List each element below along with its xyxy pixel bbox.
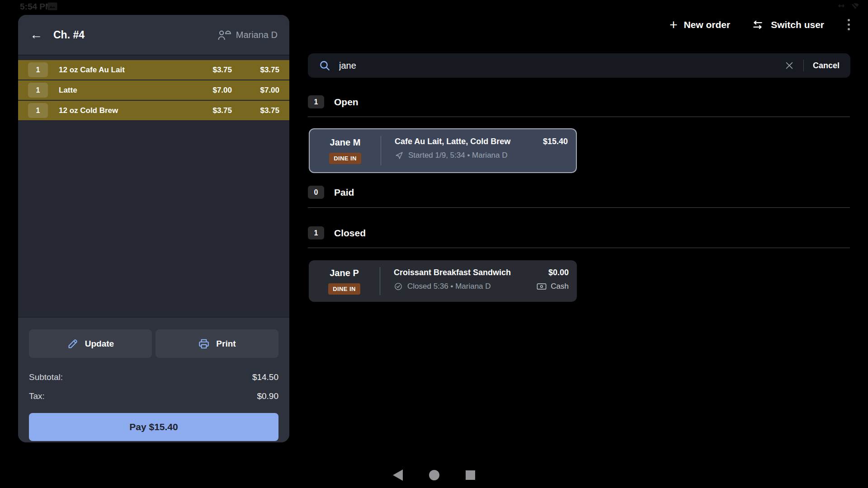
print-button[interactable]: Print — [156, 329, 278, 358]
item-name: 12 oz Cafe Au Lait — [59, 66, 182, 75]
printer-icon — [198, 338, 210, 350]
order-status: Closed 5:36 • Mariana D — [407, 282, 491, 291]
tax-label: Tax: — [29, 391, 45, 401]
item-name: 12 oz Cold Brew — [59, 106, 182, 115]
started-send-icon — [395, 151, 404, 160]
item-qty: 1 — [28, 62, 48, 77]
wifi-off-icon — [851, 2, 860, 9]
subtotal-label: Subtotal: — [29, 372, 63, 382]
order-status: Started 1/9, 5:34 • Mariana D — [408, 151, 508, 160]
overflow-menu-icon[interactable] — [845, 17, 853, 32]
new-order-button[interactable]: + New order — [670, 18, 730, 32]
open-section-label: Open — [334, 97, 359, 108]
search-icon — [319, 60, 331, 72]
nav-recents-icon[interactable] — [466, 470, 475, 480]
section-header-open[interactable]: 1 Open — [308, 95, 359, 108]
closed-count-badge: 1 — [308, 226, 324, 239]
closed-check-icon — [394, 282, 403, 291]
ticket-title: Ch. #4 — [53, 29, 85, 41]
order-total: $0.00 — [548, 268, 569, 277]
swap-arrows-icon — [751, 19, 764, 31]
ticket-panel: ← Ch. #4 Mariana D 1 12 oz Cafe Au Lait … — [18, 15, 289, 442]
item-total-price: $3.75 — [232, 106, 279, 115]
cash-icon — [537, 282, 547, 291]
section-header-paid[interactable]: 0 Paid — [308, 186, 354, 199]
cancel-search-button[interactable]: Cancel — [813, 61, 840, 70]
waiter-icon — [217, 29, 231, 41]
item-total-price: $7.00 — [232, 86, 279, 95]
payment-method: Cash — [537, 282, 569, 291]
order-total: $15.40 — [543, 137, 568, 146]
nav-back-icon[interactable] — [393, 469, 403, 481]
order-summary: Cafe Au Lait, Latte, Cold Brew — [395, 137, 510, 146]
subtotal-row: Subtotal: $14.50 — [29, 372, 278, 382]
order-customer: Jane M DINE IN — [310, 129, 381, 172]
payment-method-label: Cash — [551, 282, 569, 291]
server-name: Mariana D — [236, 30, 278, 40]
android-nav-bar — [0, 462, 868, 488]
arrows-icon — [836, 2, 846, 9]
order-summary: Croissant Breakfast Sandwich — [394, 268, 511, 277]
screen: 5:54 PM ← Ch. #4 Mariana D — [0, 0, 868, 488]
print-label: Print — [216, 339, 236, 349]
screenshot-icon — [47, 2, 57, 12]
nav-home-icon[interactable] — [429, 470, 439, 480]
section-header-closed[interactable]: 1 Closed — [308, 226, 366, 239]
section-divider — [308, 117, 850, 117]
update-button[interactable]: Update — [29, 329, 152, 358]
ticket-footer: Update Print Subtotal: $14.50 Tax: $0.90 — [18, 317, 289, 442]
order-details: Croissant Breakfast Sandwich $0.00 Close… — [380, 260, 577, 302]
paid-count-badge: 0 — [308, 186, 324, 199]
status-icons — [836, 2, 860, 9]
server-chip[interactable]: Mariana D — [217, 29, 278, 41]
section-divider — [308, 207, 850, 208]
back-arrow-icon[interactable]: ← — [30, 28, 42, 41]
item-unit-price: $3.75 — [182, 66, 232, 75]
ticket-item-row[interactable]: 1 12 oz Cold Brew $3.75 $3.75 — [18, 101, 289, 121]
customer-name: Jane M — [330, 137, 361, 148]
tax-row: Tax: $0.90 — [29, 391, 278, 401]
dine-in-badge: DINE IN — [329, 153, 361, 164]
paid-section-label: Paid — [334, 187, 354, 198]
item-qty: 1 — [28, 83, 48, 98]
item-qty: 1 — [28, 103, 48, 118]
order-card-closed[interactable]: Jane P DINE IN Croissant Breakfast Sandw… — [309, 260, 577, 302]
section-divider — [308, 248, 850, 248]
open-count-badge: 1 — [308, 95, 324, 108]
item-unit-price: $7.00 — [182, 86, 232, 95]
item-total-price: $3.75 — [232, 66, 279, 75]
closed-section-label: Closed — [334, 228, 366, 239]
order-customer: Jane P DINE IN — [309, 260, 380, 302]
plus-icon: + — [670, 18, 678, 32]
status-bar: 5:54 PM — [0, 0, 868, 13]
update-label: Update — [85, 339, 114, 349]
customer-name: Jane P — [330, 268, 359, 278]
search-bar: Cancel — [308, 53, 850, 78]
item-unit-price: $3.75 — [182, 106, 232, 115]
switch-user-button[interactable]: Switch user — [751, 19, 824, 31]
ticket-items-list: 1 12 oz Cafe Au Lait $3.75 $3.75 1 Latte… — [18, 56, 289, 317]
dine-in-badge: DINE IN — [328, 283, 360, 295]
order-card-open[interactable]: Jane M DINE IN Cafe Au Lait, Latte, Cold… — [309, 128, 577, 173]
order-details: Cafe Au Lait, Latte, Cold Brew $15.40 St… — [381, 129, 576, 172]
item-name: Latte — [59, 86, 182, 95]
topbar-actions: + New order Switch user — [670, 17, 853, 32]
ticket-item-row[interactable]: 1 Latte $7.00 $7.00 — [18, 80, 289, 101]
clear-search-icon[interactable] — [784, 61, 794, 70]
ticket-item-row[interactable]: 1 12 oz Cafe Au Lait $3.75 $3.75 — [18, 60, 289, 80]
tax-value: $0.90 — [257, 391, 278, 401]
search-input[interactable] — [339, 61, 784, 71]
pay-button[interactable]: Pay $15.40 — [29, 413, 278, 441]
new-order-label: New order — [684, 19, 730, 30]
search-divider — [803, 60, 804, 71]
switch-user-label: Switch user — [771, 19, 824, 30]
subtotal-value: $14.50 — [252, 372, 278, 382]
pencil-icon — [67, 338, 79, 350]
ticket-header: ← Ch. #4 Mariana D — [18, 15, 289, 56]
